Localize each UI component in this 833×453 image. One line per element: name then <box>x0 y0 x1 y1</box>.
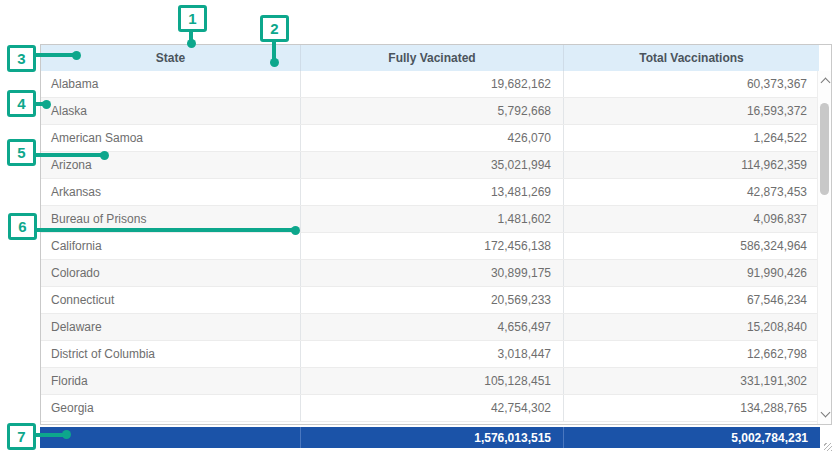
callout-6: 6 <box>8 213 37 240</box>
column-header-fully-vaccinated[interactable]: Fully Vacinated <box>301 45 564 71</box>
cell-total-vaccinations: 114,962,359 <box>564 152 819 178</box>
callout-7-dot <box>62 430 71 439</box>
callout-1-label: 1 <box>188 10 196 27</box>
summary-row: 1,576,013,515 5,002,784,231 <box>40 427 820 448</box>
summary-cell-total-vaccinations: 5,002,784,231 <box>563 427 820 448</box>
cell-fully-vaccinated: 19,682,162 <box>301 71 564 97</box>
table-row[interactable]: Alabama 19,682,162 60,373,367 <box>41 71 819 98</box>
cell-total-vaccinations: 16,593,372 <box>564 98 819 124</box>
callout-5-stem <box>35 153 103 157</box>
cell-fully-vaccinated: 5,792,668 <box>301 98 564 124</box>
summary-cell-state <box>40 427 300 448</box>
summary-cell-fully-vaccinated: 1,576,013,515 <box>300 427 563 448</box>
callout-3: 3 <box>7 45 36 72</box>
cell-total-vaccinations: 60,373,367 <box>564 71 819 97</box>
cell-total-vaccinations: 586,324,964 <box>564 233 819 259</box>
table-row[interactable]: Arkansas 13,481,269 42,873,453 <box>41 179 819 206</box>
cell-state: Colorado <box>41 260 301 286</box>
scroll-thumb[interactable] <box>820 103 829 195</box>
callout-1-dot <box>187 39 196 48</box>
table-body: Alabama 19,682,162 60,373,367 Alaska 5,7… <box>41 71 831 424</box>
cell-fully-vaccinated: 3,018,447 <box>301 341 564 367</box>
callout-7-label: 7 <box>17 428 25 445</box>
cell-state: Connecticut <box>41 287 301 313</box>
table-row[interactable]: American Samoa 426,070 1,264,522 <box>41 125 819 152</box>
cell-state: District of Columbia <box>41 341 301 367</box>
table-widget-screenshot: State Fully Vacinated Total Vaccinations… <box>0 0 833 453</box>
callout-7: 7 <box>7 423 36 450</box>
resize-grip-icon[interactable] <box>824 443 832 451</box>
table-header: State Fully Vacinated Total Vaccinations <box>41 45 831 71</box>
cell-fully-vaccinated: 4,656,497 <box>301 314 564 340</box>
cell-fully-vaccinated: 13,481,269 <box>301 179 564 205</box>
cell-fully-vaccinated: 172,456,138 <box>301 233 564 259</box>
table-row[interactable]: District of Columbia 3,018,447 12,662,79… <box>41 341 819 368</box>
table-row[interactable]: Connecticut 20,569,233 67,546,234 <box>41 287 819 314</box>
callout-3-label: 3 <box>17 50 25 67</box>
callout-2-dot <box>270 58 279 67</box>
callout-4: 4 <box>7 90 36 117</box>
table-row[interactable]: Florida 105,128,451 331,191,302 <box>41 368 819 395</box>
vertical-scrollbar[interactable] <box>817 71 831 424</box>
callout-4-dot <box>42 100 51 109</box>
cell-fully-vaccinated: 426,070 <box>301 125 564 151</box>
cell-state: Delaware <box>41 314 301 340</box>
table-row[interactable]: Arizona 35,021,994 114,962,359 <box>41 152 819 179</box>
cell-fully-vaccinated: 105,128,451 <box>301 368 564 394</box>
cell-state: American Samoa <box>41 125 301 151</box>
callout-1: 1 <box>178 5 207 32</box>
callout-5-dot <box>100 151 109 160</box>
scroll-down-icon[interactable] <box>821 408 831 418</box>
table-row[interactable]: California 172,456,138 586,324,964 <box>41 233 819 260</box>
cell-total-vaccinations: 15,208,840 <box>564 314 819 340</box>
table-row[interactable]: Colorado 30,899,175 91,990,426 <box>41 260 819 287</box>
callout-6-label: 6 <box>18 218 26 235</box>
callout-5: 5 <box>7 139 36 166</box>
table-row[interactable]: Georgia 42,754,302 134,288,765 <box>41 395 819 422</box>
cell-fully-vaccinated: 30,899,175 <box>301 260 564 286</box>
column-header-total-vaccinations[interactable]: Total Vaccinations <box>564 45 819 71</box>
cell-state: Georgia <box>41 395 301 421</box>
attribute-table: State Fully Vacinated Total Vaccinations… <box>40 44 832 425</box>
cell-fully-vaccinated: 1,481,602 <box>301 206 564 232</box>
cell-total-vaccinations: 42,873,453 <box>564 179 819 205</box>
cell-total-vaccinations: 91,990,426 <box>564 260 819 286</box>
cell-total-vaccinations: 12,662,798 <box>564 341 819 367</box>
cell-state: Alaska <box>41 98 301 124</box>
scroll-up-icon[interactable] <box>821 78 831 88</box>
callout-3-dot <box>72 51 81 60</box>
table-rows: Alabama 19,682,162 60,373,367 Alaska 5,7… <box>41 71 819 422</box>
cell-state: Alabama <box>41 71 301 97</box>
header-scrollbar-cap <box>819 45 831 71</box>
cell-fully-vaccinated: 42,754,302 <box>301 395 564 421</box>
cell-total-vaccinations: 134,288,765 <box>564 395 819 421</box>
cell-fully-vaccinated: 20,569,233 <box>301 287 564 313</box>
table-row[interactable]: Alaska 5,792,668 16,593,372 <box>41 98 819 125</box>
callout-2: 2 <box>260 15 289 42</box>
cell-total-vaccinations: 4,096,837 <box>564 206 819 232</box>
callout-7-stem <box>35 433 65 437</box>
cell-total-vaccinations: 67,546,234 <box>564 287 819 313</box>
callout-6-stem <box>35 228 294 232</box>
cell-state: California <box>41 233 301 259</box>
cell-fully-vaccinated: 35,021,994 <box>301 152 564 178</box>
table-row[interactable]: Delaware 4,656,497 15,208,840 <box>41 314 819 341</box>
callout-2-label: 2 <box>270 20 278 37</box>
callout-6-dot <box>291 226 300 235</box>
cell-state: Arkansas <box>41 179 301 205</box>
cell-state: Florida <box>41 368 301 394</box>
cell-total-vaccinations: 1,264,522 <box>564 125 819 151</box>
callout-3-stem <box>35 53 75 57</box>
callout-5-label: 5 <box>17 144 25 161</box>
callout-4-label: 4 <box>17 95 25 112</box>
cell-total-vaccinations: 331,191,302 <box>564 368 819 394</box>
